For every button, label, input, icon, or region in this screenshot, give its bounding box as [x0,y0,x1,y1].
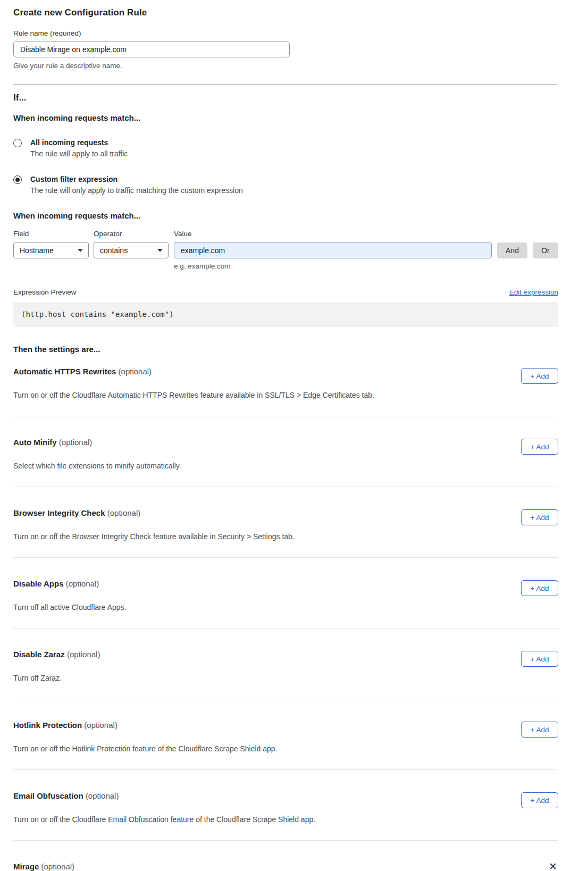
setting-name: Mirage (optional) [13,862,74,871]
setting-name: Automatic HTTPS Rewrites (optional) [13,367,152,376]
value-input[interactable] [174,242,492,258]
radio-description: The rule will apply to all traffic [30,149,128,158]
page-title: Create new Configuration Rule [13,7,558,18]
chevron-down-icon [157,249,163,252]
section-divider [13,84,558,85]
setting-description: Turn on or off the Cloudflare Email Obfu… [13,815,558,824]
settings-heading: Then the settings are... [13,345,558,354]
setting-optional-label: (optional) [119,367,152,376]
add-button[interactable]: + Add [521,368,558,384]
setting-row: Browser Integrity Check (optional) + Add… [13,487,558,558]
edit-expression-link[interactable]: Edit expression [509,288,558,296]
operator-label: Operator [94,230,174,238]
operator-select-value: contains [100,246,128,255]
close-icon[interactable]: ✕ [548,862,558,871]
setting-optional-label: (optional) [59,438,93,447]
builder-heading: When incoming requests match... [13,211,558,220]
setting-optional-label: (optional) [86,791,119,800]
field-select[interactable]: Hostname [13,242,89,258]
radio-description: The rule will only apply to traffic matc… [30,186,243,195]
configuration-rule-form: Create new Configuration Rule Rule name … [0,0,588,871]
field-select-value: Hostname [20,246,54,255]
setting-description: Turn on or off the Browser Integrity Che… [13,532,558,541]
radio-label: Custom filter expression [30,175,243,183]
mirage-section: Mirage (optional) ✕ Turn on or off the C… [13,841,558,871]
setting-name: Disable Zaraz (optional) [13,650,100,659]
value-label: Value [174,230,192,238]
radio-label: All incoming requests [30,138,128,147]
setting-row: Auto Minify (optional) + Add Select whic… [13,416,558,487]
setting-row: Email Obfuscation (optional) + Add Turn … [13,770,558,841]
add-button[interactable]: + Add [521,439,558,455]
setting-description: Select which file extensions to minify a… [13,462,558,471]
radio-custom-filter-expression[interactable]: Custom filter expression The rule will o… [13,175,558,195]
setting-description: Turn off all active Cloudflare Apps. [13,603,558,612]
add-button[interactable]: + Add [521,509,558,525]
add-button[interactable]: + Add [521,722,558,738]
setting-name: Email Obfuscation (optional) [13,791,119,801]
match-heading: When incoming requests match... [13,113,558,122]
rule-name-help: Give your rule a descriptive name. [13,62,558,70]
field-label: Field [13,230,94,238]
setting-optional-label: (optional) [66,579,99,588]
add-button[interactable]: + Add [521,792,558,808]
radio-button-icon[interactable] [13,139,22,147]
expression-preview-label: Expression Preview [13,288,77,296]
setting-row: Disable Zaraz (optional) + Add Turn off … [13,629,558,699]
rule-name-input[interactable] [13,41,290,57]
chevron-down-icon [78,249,83,252]
rule-name-label: Rule name (required) [13,29,558,37]
radio-button-icon[interactable] [13,175,22,184]
setting-row: Hotlink Protection (optional) + Add Turn… [13,699,558,770]
and-button[interactable]: And [497,242,527,258]
expression-code: (http.host contains "example.com") [13,302,558,327]
setting-name: Hotlink Protection (optional) [13,721,117,730]
setting-row: Automatic HTTPS Rewrites (optional) + Ad… [13,354,558,416]
setting-name: Disable Apps (optional) [13,579,99,589]
settings-list: Automatic HTTPS Rewrites (optional) + Ad… [13,354,558,841]
setting-optional-label: (optional) [107,508,141,517]
setting-name: Browser Integrity Check (optional) [13,508,140,518]
add-button[interactable]: + Add [521,651,558,667]
setting-name: Auto Minify (optional) [13,438,92,447]
or-button[interactable]: Or [533,242,558,258]
add-button[interactable]: + Add [521,580,558,596]
setting-row: Disable Apps (optional) + Add Turn off a… [13,558,558,629]
setting-optional-label: (optional) [84,721,117,730]
operator-select[interactable]: contains [94,242,169,258]
if-heading: If... [13,93,558,103]
setting-optional-label: (optional) [67,650,100,659]
setting-optional-label: (optional) [41,862,75,871]
setting-description: Turn on or off the Hotlink Protection fe… [13,744,558,753]
setting-description: Turn on or off the Cloudflare Automatic … [13,391,558,400]
radio-all-incoming-requests[interactable]: All incoming requests The rule will appl… [13,138,558,158]
setting-description: Turn off Zaraz. [13,674,558,683]
value-hint: e.g. example.com [174,262,558,270]
